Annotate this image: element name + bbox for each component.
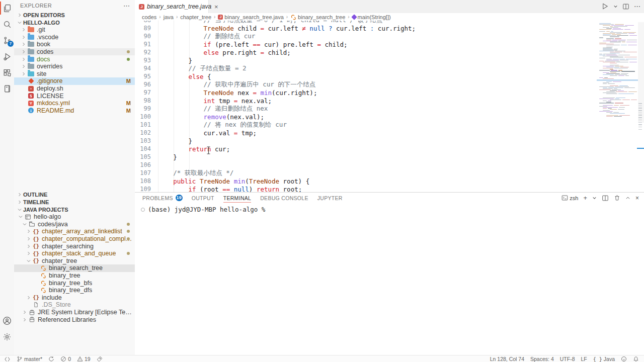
code-line-90[interactable]: 90// 删除结点 cur — [135, 32, 644, 40]
file-tree-item-book[interactable]: book — [14, 41, 135, 48]
sidebar-more-actions-icon[interactable]: ⋯ — [123, 2, 130, 10]
file-tree-item-codes[interactable]: codes — [14, 48, 135, 56]
file-tree-item-deploy-sh[interactable]: ›deploy.sh — [14, 85, 135, 93]
kill-terminal-icon[interactable] — [614, 195, 620, 201]
status-feedback[interactable] — [621, 356, 627, 362]
java-tree-item-chapter-array-and-linkedlist[interactable]: {}chapter_array_and_linkedlist — [14, 228, 135, 235]
code-line-102[interactable]: 102cur.val = tmp; — [135, 129, 644, 137]
code-line-104[interactable]: 104return cur; — [135, 145, 644, 153]
code-line-94[interactable]: 94// 子结点数量 = 2 — [135, 64, 644, 72]
file-tree-item--gitignore[interactable]: .gitignoreM — [14, 77, 135, 85]
file-tree-item-docs[interactable]: docs — [14, 55, 135, 63]
file-tree-item-overrides[interactable]: overrides — [14, 63, 135, 70]
close-panel-icon[interactable]: × — [635, 195, 639, 202]
status-sync-changes[interactable] — [48, 356, 54, 362]
java-tree-item-binary-tree-bfs[interactable]: binary_tree_bfs — [14, 279, 135, 287]
terminal[interactable]: (base) jyd@JYD-MBP hello-algo % — [141, 206, 265, 213]
file-tree-item-site[interactable]: site — [14, 70, 135, 78]
status-eol[interactable]: LF — [581, 356, 587, 362]
java-tree-item-hello-algo[interactable]: hello-algo — [14, 213, 135, 221]
code-line-99[interactable]: 99// 递归删除结点 nex — [135, 105, 644, 113]
code-line-92[interactable]: 92else pre.right = child; — [135, 48, 644, 56]
breadcrumb-item-main-string-[interactable]: main(String[]) — [352, 14, 391, 20]
breadcrumb-item-chapter-tree[interactable]: chapter_tree — [180, 14, 211, 20]
code-line-88[interactable]: 88// 当子结点数量 = 0 / 1 时, child = null / 该子… — [135, 21, 644, 24]
file-tree-item--vscode[interactable]: .vscode — [14, 34, 135, 41]
workspace-root-section[interactable]: HELLO-ALGO — [14, 19, 135, 26]
java-tree-item--ds-store[interactable]: .DS_Store — [14, 301, 135, 309]
java-tree-item-chapter-searching[interactable]: {}chapter_searching — [14, 242, 135, 250]
file-tree-item-mkdocs-yml[interactable]: Ymkdocs.ymlM — [14, 100, 135, 107]
status-remote-indicator[interactable] — [4, 356, 11, 362]
timeline-section[interactable]: TIMELINE — [14, 198, 135, 206]
java-tree-item-chapter-stack-and-queue[interactable]: {}chapter_stack_and_queue — [14, 250, 135, 257]
status-cursor-position[interactable]: Ln 128, Col 74 — [490, 356, 524, 362]
panel-tab-output[interactable]: OUTPUT — [192, 193, 214, 203]
file-tree-item--git[interactable]: .git — [14, 26, 135, 34]
maximize-panel-icon[interactable] — [625, 196, 630, 201]
file-tree-item-license[interactable]: §LICENSE — [14, 92, 135, 100]
code-line-93[interactable]: 93} — [135, 56, 644, 64]
run-dropdown-icon[interactable] — [613, 4, 618, 9]
tab-close-icon[interactable]: × — [214, 4, 218, 10]
status-git-branch[interactable]: master* — [17, 356, 42, 362]
status-warning-count[interactable]: 19 — [77, 356, 91, 362]
panel-tab-jupyter[interactable]: JUPYTER — [317, 193, 343, 203]
terminal-shell-selector[interactable]: zsh — [561, 195, 578, 201]
status-language-mode[interactable]: { }Java — [593, 356, 615, 362]
java-tree-item-codes-java[interactable]: codes/java — [14, 221, 135, 228]
code-line-108[interactable]: 108public TreeNode min(TreeNode root) { — [135, 177, 644, 185]
activity-extensions-icon[interactable] — [0, 64, 14, 80]
panel-tab-terminal[interactable]: TERMINAL — [223, 193, 252, 203]
status-notifications[interactable] — [633, 356, 639, 362]
code-line-106[interactable]: 106 — [135, 161, 644, 169]
split-terminal-icon[interactable] — [602, 195, 609, 202]
activity-notebook-icon[interactable] — [0, 80, 14, 97]
code-line-98[interactable]: 98int tmp = nex.val; — [135, 97, 644, 105]
tab-binary-search-tree[interactable]: J binary_search_tree.java × — [135, 0, 209, 13]
code-line-97[interactable]: 97TreeNode nex = min(cur.right); — [135, 88, 644, 97]
panel-tab-debug-console[interactable]: DEBUG CONSOLE — [260, 193, 308, 203]
code-line-91[interactable]: 91if (pre.left == cur) pre.left = child; — [135, 40, 644, 48]
editor-more-icon[interactable]: ⋯ — [634, 3, 641, 10]
code-line-101[interactable]: 101// 将 nex 的值复制给 cur — [135, 121, 644, 129]
file-tree-item-readme-md[interactable]: iREADME.mdM — [14, 107, 135, 115]
java-tree-item-chapter-computational-complexity[interactable]: {}chapter_computational_complexity — [14, 235, 135, 243]
breadcrumb-item-binary-search-tree-java[interactable]: Jbinary_search_tree.java — [218, 14, 283, 20]
code-line-96[interactable]: 96// 获取中序遍历中 cur 的下一个结点 — [135, 80, 644, 88]
activity-explorer-icon[interactable] — [0, 0, 14, 16]
java-tree-item-referenced-libraries[interactable]: Referenced Libraries — [14, 316, 135, 323]
java-tree-item-binary-search-tree[interactable]: binary_search_tree — [14, 264, 135, 272]
outline-section[interactable]: OUTLINE — [14, 191, 135, 198]
java-tree-item-include[interactable]: {}include — [14, 294, 135, 302]
java-tree-item-jre-system-library-eclipse-temurin-17-17-[interactable]: JRE System Library [Eclipse Temurin 17 [… — [14, 309, 135, 316]
code-line-89[interactable]: 89TreeNode child = cur.left ≠ null ? cur… — [135, 24, 644, 32]
code-line-103[interactable]: 103} — [135, 137, 644, 145]
code-line-107[interactable]: 107/* 获取最小结点 */ — [135, 169, 644, 177]
java-projects-section[interactable]: JAVA PROJECTS — [14, 206, 135, 213]
code-line-105[interactable]: 105} — [135, 153, 644, 161]
breadcrumb-item-codes[interactable]: codes — [142, 14, 156, 20]
java-tree-item-binary-tree[interactable]: binary_tree — [14, 272, 135, 280]
activity-account-icon[interactable] — [0, 313, 14, 329]
activity-run-debug-icon[interactable] — [0, 48, 14, 64]
open-editors-section[interactable]: OPEN EDITORS — [14, 11, 135, 19]
new-terminal-icon[interactable]: + — [583, 194, 587, 202]
breadcrumb-item-java[interactable]: java — [164, 14, 174, 20]
code-line-95[interactable]: 95else { — [135, 72, 644, 80]
status-encoding[interactable]: UTF-8 — [560, 356, 575, 362]
activity-search-icon[interactable] — [0, 16, 14, 32]
status-java-lightweight-mode[interactable] — [97, 356, 103, 362]
status-indentation[interactable]: Spaces: 4 — [530, 356, 554, 362]
activity-settings-icon[interactable] — [0, 329, 14, 345]
code-editor[interactable]: 88// 当子结点数量 = 0 / 1 时, child = null / 该子… — [135, 21, 644, 192]
split-editor-icon[interactable] — [622, 3, 629, 10]
code-line-100[interactable]: 100remove(nex.val); — [135, 113, 644, 121]
activity-source-control-icon[interactable]: 7 — [0, 32, 14, 48]
terminal-dropdown-icon[interactable] — [592, 196, 597, 200]
code-line-109[interactable]: 109if (root == null) return root; — [135, 185, 644, 192]
breadcrumb-item-binary-search-tree[interactable]: binary_search_tree — [290, 14, 345, 20]
java-tree-item-chapter-tree[interactable]: {}chapter_tree — [14, 257, 135, 265]
panel-tab-problems[interactable]: PROBLEMS19 — [142, 193, 183, 203]
minimap[interactable] — [597, 23, 637, 120]
